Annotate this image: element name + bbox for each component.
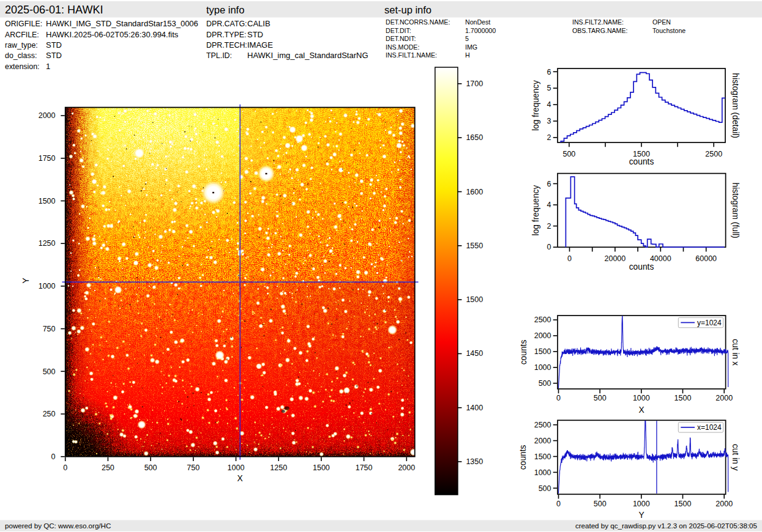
- svg-text:1500: 1500: [534, 347, 551, 356]
- svg-text:1000: 1000: [39, 282, 56, 290]
- svg-text:1750: 1750: [356, 464, 373, 472]
- svg-text:0: 0: [556, 500, 561, 508]
- svg-text:raw_type:: raw_type:: [5, 41, 38, 50]
- svg-text:HAWKI_img_cal_StandardStarNG: HAWKI_img_cal_StandardStarNG: [247, 51, 368, 60]
- svg-text:2500: 2500: [534, 421, 551, 429]
- svg-text:1500: 1500: [674, 500, 692, 508]
- svg-text:1750: 1750: [39, 154, 56, 163]
- svg-text:1600: 1600: [466, 188, 483, 196]
- svg-text:STD: STD: [46, 40, 62, 50]
- svg-text:500: 500: [43, 368, 56, 376]
- svg-text:Touchstone: Touchstone: [652, 27, 685, 34]
- svg-text:DET.NDIT:: DET.NDIT:: [386, 35, 416, 42]
- svg-text:Y: Y: [638, 511, 644, 520]
- svg-text:1500: 1500: [313, 464, 330, 472]
- svg-text:INS.FILT2.NAME:: INS.FILT2.NAME:: [572, 18, 624, 26]
- svg-text:1000: 1000: [633, 394, 650, 402]
- svg-text:1000: 1000: [228, 464, 245, 472]
- svg-text:2: 2: [547, 133, 551, 142]
- svg-text:3: 3: [547, 117, 551, 125]
- svg-text:250: 250: [102, 464, 114, 472]
- svg-text:DPR.CATG:: DPR.CATG:: [206, 20, 247, 28]
- svg-text:1700: 1700: [466, 79, 483, 88]
- svg-text:DPR.TECH:: DPR.TECH:: [206, 41, 247, 50]
- svg-text:500: 500: [562, 150, 575, 158]
- svg-text:HAWKI_IMG_STD_StandardStar153_: HAWKI_IMG_STD_StandardStar153_0006: [46, 19, 198, 28]
- svg-text:0: 0: [567, 254, 572, 263]
- svg-text:DPR.TYPE:: DPR.TYPE:: [206, 31, 246, 39]
- svg-text:log frequency: log frequency: [531, 185, 540, 235]
- svg-text:INS.MODE:: INS.MODE:: [386, 43, 419, 51]
- svg-text:do_class:: do_class:: [5, 51, 37, 60]
- svg-text:set-up info: set-up info: [384, 4, 431, 15]
- svg-text:ORIGFILE:: ORIGFILE:: [5, 20, 42, 28]
- svg-text:2025-06-01: HAWKI: 2025-06-01: HAWKI: [5, 4, 103, 16]
- svg-text:cut in x: cut in x: [731, 339, 740, 366]
- svg-text:40000: 40000: [650, 254, 671, 263]
- svg-text:1250: 1250: [270, 464, 287, 472]
- svg-text:x=1024: x=1024: [697, 423, 722, 432]
- svg-text:1400: 1400: [466, 404, 483, 412]
- svg-text:HAWKI.2025-06-02T05:26:30.994.: HAWKI.2025-06-02T05:26:30.994.fits: [46, 30, 179, 39]
- svg-text:IMAGE: IMAGE: [247, 40, 273, 50]
- svg-text:X: X: [237, 474, 243, 483]
- svg-text:ARCFILE:: ARCFILE:: [5, 31, 39, 39]
- svg-text:6: 6: [547, 68, 551, 76]
- svg-text:20000: 20000: [605, 254, 626, 263]
- svg-text:0: 0: [51, 453, 56, 461]
- svg-text:750: 750: [187, 464, 200, 472]
- svg-text:histogram (full): histogram (full): [731, 182, 740, 238]
- svg-text:histogram (detail): histogram (detail): [731, 73, 740, 138]
- svg-text:4: 4: [547, 201, 551, 209]
- svg-text:cut in y: cut in y: [731, 444, 740, 471]
- svg-text:Y: Y: [21, 278, 31, 283]
- svg-text:type info: type info: [206, 4, 244, 15]
- svg-text:1450: 1450: [466, 349, 483, 358]
- svg-text:created by qc_rawdisp.py v1.2.: created by qc_rawdisp.py v1.2.3 on 2025-…: [575, 522, 757, 530]
- svg-text:0: 0: [63, 464, 67, 472]
- svg-text:2000: 2000: [715, 394, 733, 402]
- svg-text:OPEN: OPEN: [652, 18, 671, 26]
- svg-text:2000: 2000: [715, 500, 733, 508]
- svg-text:INS.FILT1.NAME:: INS.FILT1.NAME:: [386, 51, 437, 59]
- svg-text:IMG: IMG: [465, 43, 477, 51]
- svg-text:DET.NCORRS.NAME:: DET.NCORRS.NAME:: [386, 18, 450, 26]
- svg-text:750: 750: [43, 325, 56, 333]
- svg-text:1650: 1650: [466, 133, 483, 142]
- svg-text:1550: 1550: [466, 242, 483, 250]
- svg-text:4: 4: [547, 100, 551, 109]
- svg-text:500: 500: [594, 394, 607, 402]
- svg-text:X: X: [638, 405, 644, 415]
- svg-text:1500: 1500: [466, 295, 483, 304]
- svg-text:1000: 1000: [534, 468, 551, 477]
- svg-text:2: 2: [547, 222, 551, 231]
- svg-text:250: 250: [43, 410, 56, 418]
- svg-text:STD: STD: [247, 30, 263, 39]
- svg-text:0: 0: [547, 243, 551, 251]
- svg-text:1: 1: [46, 62, 50, 71]
- svg-text:2000: 2000: [534, 331, 551, 340]
- svg-text:1500: 1500: [39, 197, 56, 205]
- svg-text:OBS.TARG.NAME:: OBS.TARG.NAME:: [572, 27, 627, 34]
- svg-text:counts: counts: [629, 157, 654, 166]
- svg-text:0: 0: [556, 394, 561, 402]
- svg-text:1350: 1350: [466, 457, 483, 466]
- svg-text:6: 6: [547, 180, 551, 188]
- svg-text:1.7000000: 1.7000000: [465, 27, 496, 34]
- svg-text:H: H: [465, 51, 470, 59]
- svg-text:extension:: extension:: [5, 62, 39, 71]
- svg-text:y=1024: y=1024: [697, 319, 722, 327]
- svg-text:500: 500: [539, 379, 551, 388]
- svg-text:counts: counts: [519, 445, 528, 470]
- svg-text:1000: 1000: [633, 500, 650, 508]
- svg-text:2000: 2000: [398, 464, 415, 472]
- svg-text:1250: 1250: [39, 239, 56, 248]
- svg-text:500: 500: [144, 464, 157, 472]
- svg-text:NonDest: NonDest: [465, 18, 490, 26]
- svg-text:5: 5: [465, 35, 469, 42]
- svg-text:STD: STD: [46, 51, 62, 60]
- svg-text:2000: 2000: [534, 437, 551, 445]
- svg-text:counts: counts: [629, 262, 654, 272]
- svg-text:2500: 2500: [534, 316, 551, 324]
- svg-text:CALIB: CALIB: [247, 19, 271, 28]
